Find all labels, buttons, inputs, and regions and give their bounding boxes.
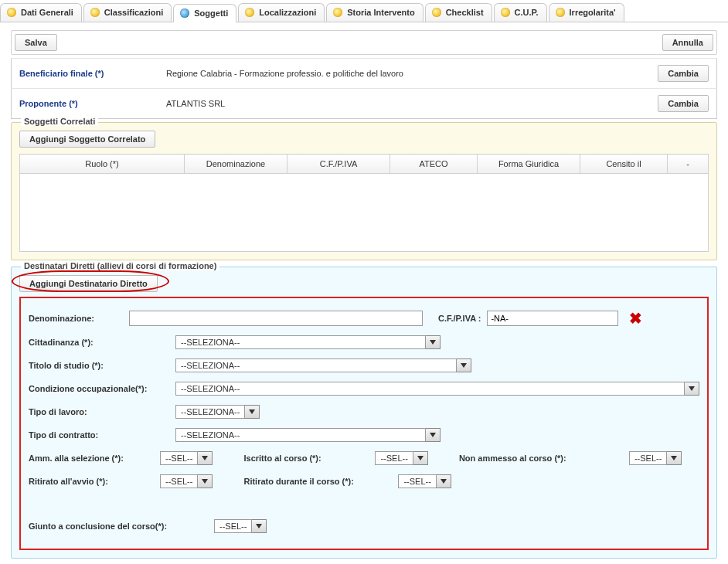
tab-soggetti[interactable]: Soggetti: [173, 4, 236, 22]
chevron-down-icon[interactable]: [437, 474, 451, 488]
ritirato-durante-label: Ritirato durante il corso (*):: [243, 477, 390, 486]
tab-label: Checklist: [446, 8, 484, 17]
tab-label: Classificazioni: [104, 8, 163, 17]
beneficiario-value: Regione Calabria - Formazione professio.…: [166, 69, 403, 78]
giunto-label: Giunto a conclusione del corso(*):: [29, 522, 206, 531]
col-actions: -: [668, 155, 709, 174]
cfpiva-label: C.F./P.IVA :: [438, 314, 487, 323]
chevron-down-icon[interactable]: [426, 428, 441, 442]
col-censito: Censito il: [580, 155, 668, 174]
tab-bar: Dati Generali Classificazioni Soggetti L…: [0, 0, 728, 22]
select-value: --SEL--: [629, 451, 667, 465]
ritirato-durante-select[interactable]: --SEL--: [398, 474, 451, 488]
bullet-icon: [245, 8, 254, 17]
summary-table: Beneficiario finale (*) Regione Calabria…: [11, 58, 717, 119]
col-forma-giuridica: Forma Giuridica: [478, 155, 580, 174]
tab-dati-generali[interactable]: Dati Generali: [0, 3, 82, 22]
change-proponente-button[interactable]: Cambia: [658, 95, 709, 112]
proponente-value: ATLANTIS SRL: [166, 99, 225, 108]
tab-cup[interactable]: C.U.P.: [494, 3, 547, 22]
ritirato-avvio-select[interactable]: --SEL--: [160, 474, 213, 488]
titolo-label: Titolo di studio (*):: [29, 361, 175, 370]
col-cfpiva: C.F./P.IVA: [287, 155, 390, 174]
non-ammesso-label: Non ammesso al corso (*):: [459, 454, 621, 463]
bullet-icon: [7, 8, 16, 17]
bullet-icon: [556, 8, 565, 17]
destinatario-form-highlight: Denominazione: C.F./P.IVA : ✖ Cittadinan…: [19, 297, 709, 550]
bullet-icon: [180, 8, 189, 18]
chevron-down-icon[interactable]: [198, 474, 213, 488]
tab-label: Irregolarita': [570, 8, 616, 17]
col-ruolo: Ruolo (*): [20, 155, 185, 174]
tipo-contratto-select[interactable]: --SELEZIONA--: [175, 428, 441, 442]
tab-storia-intervento[interactable]: Storia Intervento: [326, 3, 423, 22]
chevron-down-icon[interactable]: [457, 358, 471, 372]
denominazione-label: Denominazione:: [29, 314, 129, 323]
amm-selezione-select[interactable]: --SEL--: [160, 451, 213, 465]
titolo-select[interactable]: --SELEZIONA--: [175, 358, 471, 372]
iscritto-label: Iscritto al corso (*):: [243, 454, 367, 463]
select-value: --SELEZIONA--: [175, 358, 457, 372]
tab-label: Soggetti: [194, 8, 228, 18]
chevron-down-icon[interactable]: [252, 519, 267, 533]
chevron-down-icon[interactable]: [426, 335, 441, 349]
soggetti-correlati-fieldset: Soggetti Correlati Aggiungi Soggetto Cor…: [11, 122, 717, 260]
bullet-icon: [501, 8, 510, 17]
amm-selezione-label: Amm. alla selezione (*):: [29, 454, 152, 463]
iscritto-select[interactable]: --SEL--: [375, 451, 427, 465]
soggetti-correlati-legend: Soggetti Correlati: [21, 117, 98, 126]
save-button[interactable]: Salva: [15, 34, 57, 51]
tab-irregolarita[interactable]: Irregolarita': [549, 3, 624, 22]
col-ateco: ATECO: [390, 155, 478, 174]
chevron-down-icon[interactable]: [245, 405, 260, 419]
remove-row-icon[interactable]: ✖: [629, 311, 642, 326]
select-value: --SELEZIONA--: [175, 335, 426, 349]
tipo-lavoro-select[interactable]: --SELEZIONA--: [175, 405, 260, 419]
bullet-icon: [432, 8, 441, 17]
select-value: --SEL--: [375, 451, 413, 465]
condizione-select[interactable]: --SELEZIONA--: [175, 382, 699, 396]
denominazione-input[interactable]: [129, 311, 423, 326]
condizione-label: Condizione occupazionale(*):: [29, 384, 175, 393]
select-value: --SEL--: [160, 474, 198, 488]
destinatari-fieldset: Destinatari Diretti (allievi di corsi di…: [11, 267, 717, 559]
soggetti-correlati-empty-body: [19, 174, 709, 252]
add-soggetto-correlato-button[interactable]: Aggiungi Soggetto Correlato: [19, 131, 155, 148]
ritirato-avvio-label: Ritirato all'avvio (*):: [29, 477, 152, 486]
select-value: --SELEZIONA--: [175, 382, 685, 396]
beneficiario-label: Beneficiario finale (*): [19, 69, 104, 78]
non-ammesso-select[interactable]: --SEL--: [629, 451, 682, 465]
tab-label: Storia Intervento: [347, 8, 414, 17]
tab-classificazioni[interactable]: Classificazioni: [83, 3, 172, 22]
cancel-button[interactable]: Annulla: [662, 34, 713, 51]
tab-label: Dati Generali: [21, 8, 73, 17]
chevron-down-icon[interactable]: [198, 451, 213, 465]
select-value: --SEL--: [214, 519, 252, 533]
destinatari-legend: Destinatari Diretti (allievi di corsi di…: [21, 261, 219, 270]
giunto-select[interactable]: --SEL--: [214, 519, 267, 533]
col-denominazione: Denominazione: [185, 155, 287, 174]
action-bar: Salva Annulla: [11, 30, 717, 55]
select-value: --SEL--: [160, 451, 198, 465]
tab-label: Localizzazioni: [259, 8, 316, 17]
select-value: --SELEZIONA--: [175, 428, 426, 442]
bullet-icon: [90, 8, 100, 17]
chevron-down-icon[interactable]: [685, 382, 699, 396]
add-destinatario-button[interactable]: Aggiungi Destinatario Diretto: [19, 275, 158, 292]
bullet-icon: [333, 8, 342, 17]
tab-localizzazioni[interactable]: Localizzazioni: [238, 3, 325, 22]
tab-checklist[interactable]: Checklist: [425, 3, 492, 22]
chevron-down-icon[interactable]: [667, 451, 682, 465]
chevron-down-icon[interactable]: [413, 451, 428, 465]
tipo-lavoro-label: Tipo di lavoro:: [29, 407, 175, 416]
cittadinanza-label: Cittadinanza (*):: [29, 338, 175, 347]
cittadinanza-select[interactable]: --SELEZIONA--: [175, 335, 441, 349]
select-value: --SEL--: [398, 474, 436, 488]
cfpiva-input[interactable]: [487, 311, 618, 326]
proponente-label: Proponente (*): [19, 99, 78, 108]
tab-label: C.U.P.: [515, 8, 539, 17]
change-beneficiario-button[interactable]: Cambia: [658, 65, 709, 82]
soggetti-correlati-table: Ruolo (*) Denominazione C.F./P.IVA ATECO…: [19, 154, 709, 174]
tipo-contratto-label: Tipo di contratto:: [29, 430, 175, 440]
select-value: --SELEZIONA--: [175, 405, 245, 419]
